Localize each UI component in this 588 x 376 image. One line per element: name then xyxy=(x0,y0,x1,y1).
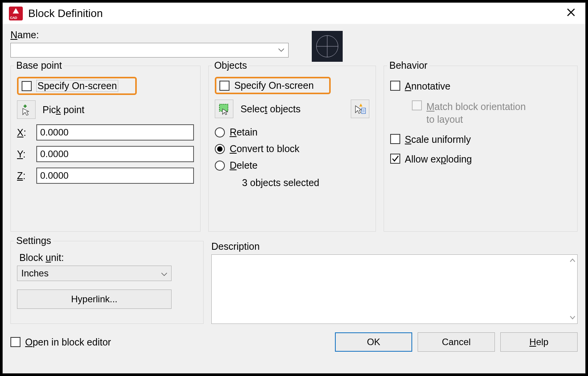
description-textarea[interactable] xyxy=(211,254,578,324)
match-orientation-label: Match block orientationto layout xyxy=(427,100,526,125)
autocad-icon xyxy=(9,7,23,20)
y-label: Y: xyxy=(17,149,36,160)
dialog-title: Block Definition xyxy=(28,7,563,20)
cancel-button[interactable]: Cancel xyxy=(418,332,495,352)
objects-group: Objects Specify On-screen Select objects xyxy=(208,66,376,232)
titlebar: Block Definition xyxy=(3,3,585,24)
open-in-block-editor-label: Open in block editor xyxy=(25,337,111,348)
scroll-down-icon[interactable] xyxy=(569,314,576,322)
convert-radio[interactable] xyxy=(215,144,225,154)
pick-point-label: Pick point xyxy=(42,104,84,115)
hyperlink-button[interactable]: Hyperlink... xyxy=(17,290,172,309)
content: Name: Base point Specify On-screen xyxy=(3,24,585,373)
name-label: Name: xyxy=(10,29,289,41)
z-input[interactable] xyxy=(36,168,194,184)
allow-exploding-checkbox[interactable] xyxy=(390,154,400,164)
objects-status: 3 objects selected xyxy=(242,177,369,188)
objects-specify-highlight: Specify On-screen xyxy=(215,77,331,94)
objects-specify-checkbox[interactable] xyxy=(219,81,229,91)
annotative-label: Annotative xyxy=(405,81,450,92)
specify-onscreen-label: Specify On-screen xyxy=(36,80,118,92)
open-in-block-editor-checkbox[interactable] xyxy=(10,337,20,347)
objects-title: Objects xyxy=(212,60,249,71)
scroll-up-icon[interactable] xyxy=(569,256,576,264)
block-unit-value: Inches xyxy=(21,268,49,279)
specify-onscreen-highlight: Specify On-screen xyxy=(17,77,137,95)
description-label: Description xyxy=(211,241,578,252)
delete-radio[interactable] xyxy=(215,161,225,171)
chevron-down-icon xyxy=(161,268,167,279)
retain-radio[interactable] xyxy=(215,127,225,137)
scale-uniformly-checkbox[interactable] xyxy=(390,134,400,144)
settings-title: Settings xyxy=(14,235,53,246)
specify-onscreen-checkbox[interactable] xyxy=(22,81,32,91)
select-objects-button[interactable] xyxy=(215,100,233,118)
x-label: X: xyxy=(17,127,36,138)
chevron-down-icon xyxy=(274,43,288,57)
block-preview xyxy=(312,31,343,62)
base-point-group: Base point Specify On-screen Pick point … xyxy=(10,66,201,232)
match-orientation-checkbox xyxy=(412,100,422,110)
select-objects-label: Select objects xyxy=(240,103,301,115)
close-button[interactable] xyxy=(563,6,579,21)
retain-label: Retain xyxy=(229,127,257,138)
annotative-checkbox[interactable] xyxy=(390,81,400,91)
name-combobox[interactable] xyxy=(10,43,289,58)
x-input[interactable] xyxy=(36,124,194,141)
block-unit-label: Block unit: xyxy=(19,252,197,263)
ok-button[interactable]: OK xyxy=(335,332,412,352)
quick-select-button[interactable] xyxy=(351,100,369,118)
block-definition-dialog: Block Definition Name: Base p xyxy=(2,2,586,374)
delete-label: Delete xyxy=(229,160,257,171)
pick-point-button[interactable] xyxy=(17,100,36,119)
convert-label: Convert to block xyxy=(229,143,299,154)
allow-exploding-label: Allow exploding xyxy=(405,154,472,165)
behavior-title: Behavior xyxy=(387,60,430,71)
help-button[interactable]: Help xyxy=(500,332,578,352)
y-input[interactable] xyxy=(36,146,194,162)
behavior-group: Behavior Annotative Match block orientat… xyxy=(384,66,578,232)
objects-specify-label: Specify On-screen xyxy=(234,80,314,91)
scale-uniformly-label: Scale uniformly xyxy=(405,134,471,145)
settings-group: Settings Block unit: Inches Hyperlink... xyxy=(10,241,204,324)
base-point-title: Base point xyxy=(14,60,64,71)
z-label: Z: xyxy=(17,170,36,181)
block-unit-combobox[interactable]: Inches xyxy=(17,266,172,281)
